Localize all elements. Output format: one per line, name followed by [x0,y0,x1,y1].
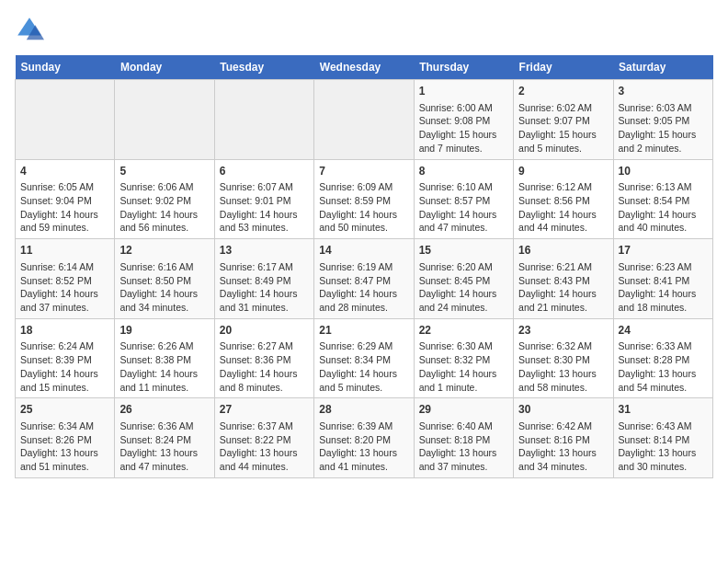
calendar-week-3: 11Sunrise: 6:14 AMSunset: 8:52 PMDayligh… [16,239,713,319]
calendar-cell: 6Sunrise: 6:07 AMSunset: 9:01 PMDaylight… [214,159,313,239]
day-info: Sunset: 8:30 PM [518,353,608,367]
day-info: Sunset: 9:08 PM [419,114,508,128]
header-monday: Monday [115,55,214,80]
day-info: and 53 minutes. [220,221,309,235]
day-info: Daylight: 14 hours [518,287,608,301]
day-number: 18 [20,323,109,339]
day-info: and 11 minutes. [119,381,209,395]
calendar-week-2: 4Sunrise: 6:05 AMSunset: 9:04 PMDaylight… [16,159,713,239]
day-info: Daylight: 14 hours [619,287,708,301]
day-info: Daylight: 14 hours [220,287,309,301]
header-tuesday: Tuesday [214,55,313,80]
calendar-cell: 2Sunrise: 6:02 AMSunset: 9:07 PMDaylight… [514,80,613,160]
day-info: Sunrise: 6:29 AM [319,339,408,353]
day-number: 14 [319,243,408,259]
day-info: Daylight: 13 hours [518,446,608,460]
day-number: 7 [319,164,408,179]
calendar-cell: 29Sunrise: 6:40 AMSunset: 8:18 PMDayligh… [414,398,513,478]
day-number: 17 [619,243,708,259]
calendar-cell: 11Sunrise: 6:14 AMSunset: 8:52 PMDayligh… [16,239,115,319]
calendar-cell: 30Sunrise: 6:42 AMSunset: 8:16 PMDayligh… [514,398,613,478]
day-info: Daylight: 14 hours [119,208,209,222]
day-info: Sunrise: 6:02 AM [518,101,608,115]
day-info: and 2 minutes. [619,142,708,155]
calendar-cell [115,80,214,160]
day-info: Sunset: 9:01 PM [220,194,309,208]
calendar-cell [214,80,313,160]
day-number: 8 [419,164,508,179]
day-info: Sunset: 8:32 PM [419,353,508,367]
day-number: 9 [518,164,608,179]
calendar-cell [314,80,414,160]
day-info: and 41 minutes. [319,460,408,474]
day-info: Sunset: 8:54 PM [619,194,708,208]
day-info: Sunset: 8:56 PM [518,194,608,208]
day-number: 15 [419,243,508,259]
day-info: Daylight: 14 hours [419,287,508,301]
day-info: Daylight: 14 hours [319,287,408,301]
day-number: 19 [119,323,209,339]
day-info: Sunset: 8:59 PM [319,194,408,208]
day-info: Daylight: 14 hours [419,367,508,381]
day-info: Daylight: 13 hours [220,446,309,460]
day-info: and 59 minutes. [20,221,109,235]
day-info: Daylight: 13 hours [518,367,608,381]
day-info: Sunrise: 6:39 AM [319,419,408,433]
day-info: Sunset: 9:05 PM [619,114,708,128]
day-number: 22 [419,323,508,339]
day-info: and 31 minutes. [220,301,309,315]
day-number: 24 [619,323,708,339]
header-friday: Friday [514,55,613,80]
day-info: and 1 minute. [419,381,508,395]
day-info: Sunrise: 6:32 AM [518,339,608,353]
calendar-cell: 1Sunrise: 6:00 AMSunset: 9:08 PMDaylight… [414,80,513,160]
day-info: Daylight: 14 hours [220,367,309,381]
calendar-cell: 27Sunrise: 6:37 AMSunset: 8:22 PMDayligh… [214,398,313,478]
day-number: 3 [619,84,708,99]
day-info: Sunrise: 6:40 AM [419,419,508,433]
day-number: 12 [119,243,209,259]
logo-icon [15,15,44,44]
calendar-cell: 10Sunrise: 6:13 AMSunset: 8:54 PMDayligh… [613,159,712,239]
day-number: 11 [20,243,109,259]
day-info: Sunset: 8:24 PM [119,433,209,447]
calendar-header-row: SundayMondayTuesdayWednesdayThursdayFrid… [16,55,713,80]
day-number: 30 [518,402,608,418]
day-info: and 8 minutes. [220,381,309,395]
logo [15,15,50,44]
day-info: Daylight: 14 hours [20,208,109,222]
day-info: and 58 minutes. [518,381,608,395]
day-info: Sunset: 8:22 PM [220,433,309,447]
day-info: Sunrise: 6:09 AM [319,180,408,194]
day-info: Sunset: 8:18 PM [419,433,508,447]
day-info: Sunset: 8:16 PM [518,433,608,447]
calendar-cell: 14Sunrise: 6:19 AMSunset: 8:47 PMDayligh… [314,239,414,319]
day-info: and 34 minutes. [518,460,608,474]
day-info: Sunrise: 6:24 AM [20,339,109,353]
day-info: Daylight: 14 hours [119,367,209,381]
day-info: Sunset: 8:50 PM [119,274,209,288]
day-info: Sunrise: 6:33 AM [619,339,708,353]
day-info: and 34 minutes. [119,301,209,315]
calendar-cell: 28Sunrise: 6:39 AMSunset: 8:20 PMDayligh… [314,398,414,478]
calendar-cell: 18Sunrise: 6:24 AMSunset: 8:39 PMDayligh… [16,318,115,398]
day-info: Daylight: 14 hours [619,208,708,222]
day-info: and 30 minutes. [619,460,708,474]
day-info: Sunrise: 6:12 AM [518,180,608,194]
calendar-cell: 5Sunrise: 6:06 AMSunset: 9:02 PMDaylight… [115,159,214,239]
day-number: 6 [220,164,309,179]
day-info: and 28 minutes. [319,301,408,315]
header-sunday: Sunday [16,55,115,80]
day-info: Sunrise: 6:00 AM [419,101,508,115]
day-info: Sunrise: 6:21 AM [518,260,608,274]
day-info: Daylight: 14 hours [119,287,209,301]
day-info: Sunrise: 6:03 AM [619,101,708,115]
header-thursday: Thursday [414,55,513,80]
day-number: 2 [518,84,608,99]
calendar-cell: 16Sunrise: 6:21 AMSunset: 8:43 PMDayligh… [514,239,613,319]
day-info: and 56 minutes. [119,221,209,235]
calendar-table: SundayMondayTuesdayWednesdayThursdayFrid… [15,55,713,478]
day-info: and 7 minutes. [419,142,508,155]
day-info: Sunrise: 6:26 AM [119,339,209,353]
day-info: Sunrise: 6:23 AM [619,260,708,274]
